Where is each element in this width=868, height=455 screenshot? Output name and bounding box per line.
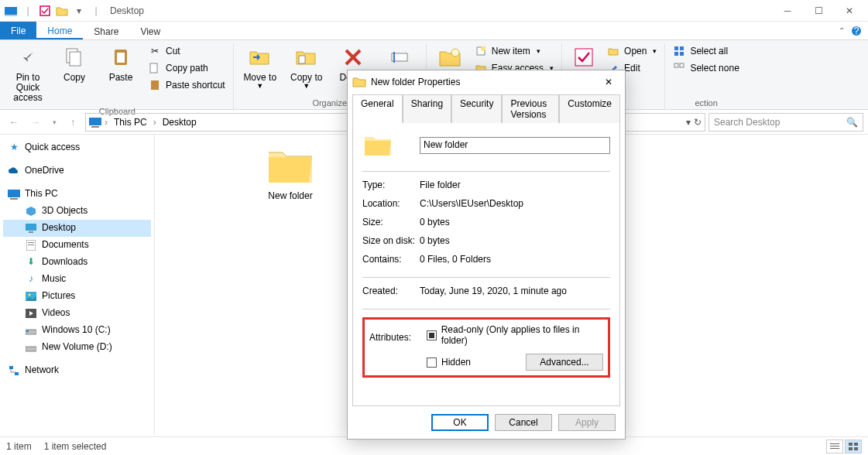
nav-quick-access[interactable]: ★Quick access — [3, 139, 151, 156]
drive-icon — [25, 341, 37, 354]
svg-point-34 — [29, 294, 31, 296]
svg-rect-39 — [9, 366, 13, 369]
search-input[interactable]: Search Desktop 🔍 — [708, 113, 863, 132]
readonly-checkbox[interactable]: Read-only (Only applies to files in fold… — [427, 324, 603, 346]
advanced-button[interactable]: Advanced... — [526, 354, 603, 371]
nav-3d-objects[interactable]: 3D Objects — [3, 203, 151, 220]
view-tab[interactable]: View — [129, 22, 171, 39]
qat-properties-icon[interactable] — [37, 3, 53, 19]
file-item[interactable]: New folder — [256, 144, 325, 201]
share-tab[interactable]: Share — [83, 22, 129, 39]
svg-rect-6 — [70, 52, 81, 66]
select-all-icon — [673, 45, 685, 57]
view-details-button[interactable] — [826, 440, 843, 453]
network-icon — [8, 364, 20, 377]
pin-button[interactable]: Pin to Quick access — [6, 43, 50, 105]
svg-rect-1 — [5, 15, 17, 16]
ribbon-collapse-icon[interactable]: ⌃ — [839, 26, 845, 35]
svg-point-14 — [451, 49, 459, 56]
ok-button[interactable]: OK — [431, 414, 489, 431]
address-dropdown-icon[interactable]: ▾ — [686, 117, 691, 128]
view-large-button[interactable] — [845, 440, 862, 453]
file-tab[interactable]: File — [0, 22, 36, 39]
tab-customize[interactable]: Customize — [559, 94, 620, 123]
forward-button[interactable]: → — [26, 113, 45, 132]
copy-icon — [62, 45, 87, 70]
maximize-button[interactable]: ☐ — [803, 1, 834, 21]
location-label: Location: — [362, 198, 420, 209]
nav-videos[interactable]: Videos — [3, 305, 151, 322]
nav-c-drive[interactable]: Windows 10 (C:) — [3, 322, 151, 339]
paste-button[interactable]: Paste — [99, 43, 142, 84]
hidden-checkbox[interactable]: Hidden — [427, 357, 471, 368]
minimize-button[interactable]: ─ — [772, 1, 803, 21]
copy-path-icon — [149, 62, 161, 74]
dialog-close-button[interactable]: ✕ — [597, 71, 620, 93]
copy-path-button[interactable]: Copy path — [146, 60, 228, 76]
svg-rect-26 — [8, 190, 20, 197]
nav-network[interactable]: Network — [3, 362, 151, 379]
type-label: Type: — [362, 180, 420, 190]
refresh-icon[interactable]: ↻ — [694, 117, 702, 128]
cut-button[interactable]: ✂Cut — [146, 43, 228, 59]
nav-onedrive[interactable]: OneDrive — [3, 162, 151, 180]
tab-sharing[interactable]: Sharing — [403, 94, 451, 123]
breadcrumb-root[interactable]: This PC — [111, 117, 150, 128]
drive-icon — [25, 324, 37, 337]
tab-security[interactable]: Security — [451, 94, 502, 123]
svg-rect-9 — [150, 63, 157, 73]
paste-shortcut-icon — [149, 79, 161, 91]
new-item-button[interactable]: New item▾ — [472, 43, 557, 59]
svg-rect-13 — [393, 52, 395, 63]
nav-d-drive[interactable]: New Volume (D:) — [3, 339, 151, 356]
svg-point-16 — [481, 46, 485, 51]
star-icon: ★ — [8, 142, 20, 154]
tab-previous-versions[interactable]: Previous Versions — [502, 94, 559, 123]
move-to-button[interactable]: Move to▼ — [238, 43, 282, 92]
svg-rect-17 — [575, 49, 592, 66]
status-selected: 1 item selected — [44, 441, 107, 452]
svg-rect-46 — [849, 447, 853, 450]
cloud-icon — [8, 165, 20, 177]
paste-shortcut-button[interactable]: Paste shortcut — [146, 77, 228, 93]
svg-rect-21 — [680, 52, 684, 56]
nav-pictures[interactable]: Pictures — [3, 288, 151, 305]
back-button[interactable]: ← — [5, 113, 23, 132]
qat-dropdown-icon[interactable]: ▾ — [71, 3, 87, 19]
svg-rect-42 — [830, 446, 839, 446]
apply-button[interactable]: Apply — [558, 414, 616, 431]
folder-name-input[interactable]: New folder — [420, 137, 610, 154]
nav-documents[interactable]: Documents — [3, 237, 151, 254]
select-all-button[interactable]: Select all — [670, 43, 742, 59]
open-button[interactable]: Open▾ — [604, 43, 660, 59]
nav-downloads[interactable]: ⬇Downloads — [3, 254, 151, 271]
folder-icon — [266, 144, 315, 187]
breadcrumb-sep[interactable]: › — [153, 117, 156, 128]
svg-rect-44 — [849, 443, 853, 446]
cancel-button[interactable]: Cancel — [495, 414, 552, 431]
home-tab[interactable]: Home — [36, 22, 83, 39]
up-button[interactable]: ↑ — [63, 113, 82, 132]
nav-music[interactable]: ♪Music — [3, 271, 151, 288]
breadcrumb-sep[interactable]: › — [105, 117, 108, 128]
help-icon[interactable]: ? — [851, 26, 862, 36]
created-label: Created: — [362, 286, 420, 296]
svg-rect-8 — [117, 53, 125, 63]
nav-desktop[interactable]: Desktop — [3, 220, 151, 237]
status-count: 1 item — [6, 441, 32, 452]
breadcrumb-leaf[interactable]: Desktop — [160, 117, 200, 128]
copy-button[interactable]: Copy — [53, 43, 96, 84]
nav-this-pc[interactable]: This PC — [3, 186, 151, 203]
recent-dropdown[interactable]: ▾ — [48, 113, 60, 132]
size-value: 0 bytes — [420, 217, 610, 228]
tab-general[interactable]: General — [352, 94, 403, 123]
attributes-highlight: Attributes: Read-only (Only applies to f… — [362, 317, 610, 378]
svg-rect-0 — [5, 7, 17, 15]
svg-rect-19 — [680, 46, 684, 50]
select-none-button[interactable]: Select none — [670, 60, 742, 76]
copy-to-button[interactable]: Copy to▼ — [285, 43, 328, 92]
properties-dialog: New folder Properties ✕ General Sharing … — [347, 70, 626, 440]
window-title: Desktop — [110, 5, 144, 16]
rename-icon — [387, 45, 412, 70]
close-button[interactable]: ✕ — [834, 1, 865, 21]
